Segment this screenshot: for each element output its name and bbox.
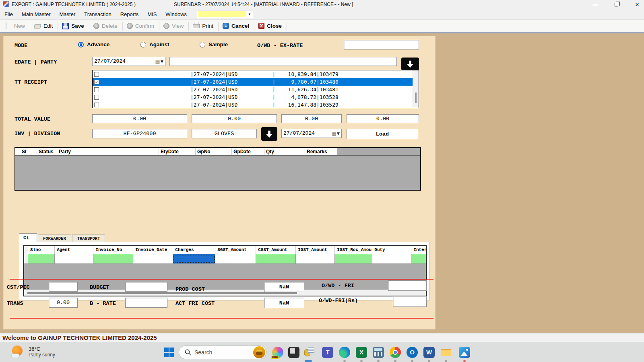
checkbox-checked-icon[interactable]: ✓ [94,80,99,84]
cell-invoice-date[interactable] [133,254,173,263]
print-button[interactable]: Print [190,21,217,31]
cell-duty[interactable] [372,254,411,263]
budget-input[interactable] [125,282,167,292]
edge-icon[interactable] [339,347,350,358]
division-lookup-button[interactable] [261,127,277,141]
cell-igst-roc[interactable] [335,254,372,263]
checkbox-icon[interactable] [94,72,99,77]
minimize-icon[interactable]: — [592,1,599,8]
col-gpdate: GpDate [232,148,264,155]
theme-app-icon[interactable] [288,347,299,358]
new-button[interactable]: New [2,21,29,31]
word-icon[interactable]: W [423,347,435,358]
excel-icon[interactable]: X [356,347,367,358]
calendar-icon[interactable]: ▦ [332,131,336,136]
cell-inter[interactable] [411,254,426,263]
view-button[interactable]: ○View [160,21,188,31]
party-lookup-button[interactable] [401,58,419,70]
menu-transaction[interactable]: Transaction [80,10,116,19]
edate-party-label: EDATE | PARTY [14,59,57,65]
quick-search-value[interactable] [198,11,246,17]
chevron-down-icon[interactable]: ▼ [246,10,253,18]
calculator-icon[interactable] [373,347,384,358]
total-value-1[interactable]: 0.00 [92,114,187,123]
gatepass-grid[interactable]: Sl Status Party EtyDate GpNo GpDate Qty … [14,147,421,191]
close-icon[interactable]: ✕ [634,1,641,8]
row-selector[interactable] [24,254,28,263]
menu-mis[interactable]: MIS [143,10,161,19]
division-input[interactable]: GLOVES [192,129,257,138]
tt-receipt-row[interactable]: |27-07-2024|USD | 4,078.72|103528 [93,93,419,101]
trans-input[interactable]: 0.00 [49,298,78,308]
save-button[interactable]: Save [59,21,88,31]
edit-button[interactable]: Edit [31,21,57,31]
menu-master[interactable]: Master [55,10,80,19]
cell-slno[interactable] [28,254,55,263]
horizontal-scrollbar[interactable] [24,290,426,296]
cell-sgst[interactable] [215,254,256,263]
cell-igst[interactable] [296,254,335,263]
total-value-4[interactable]: 0.00 [347,114,419,123]
tab-cl[interactable]: CL [19,233,37,242]
inv-date-picker[interactable]: 27/07/2024▦▼ [281,129,342,138]
menu-main-master[interactable]: Main Master [17,10,55,19]
checkbox-icon[interactable] [94,95,99,100]
cst-pic-input[interactable] [49,282,78,292]
tab-transport[interactable]: TRANSPORT [72,234,105,242]
calendar-icon[interactable]: ▦ [155,59,160,64]
restore-icon[interactable] [613,1,620,8]
material-inward-form: MODE Advance Against Sample O/WD - EX-RA… [3,36,436,329]
cell-charges-focused[interactable] [173,254,215,263]
col-party: Party [57,148,159,155]
cell-invoice-no[interactable] [93,254,133,263]
owd-fri-rs-input[interactable] [393,296,427,307]
chrome-icon[interactable] [390,347,401,358]
search-box[interactable]: Search [179,346,266,359]
search-highlight-briefcase-icon[interactable] [253,346,265,358]
invoice-input[interactable]: HF-GP24009 [92,129,187,138]
party-input[interactable] [169,57,397,66]
confirm-button[interactable]: ✓Confirm [124,21,158,31]
tab-forwarder[interactable]: FORWARDER [38,234,71,242]
load-button[interactable]: Load [347,129,418,139]
checkbox-icon[interactable] [94,87,99,92]
menu-windows[interactable]: Windows [161,10,191,19]
quick-search-combobox[interactable]: ▼ [197,10,253,18]
cell-agent[interactable] [55,254,93,263]
cancel-button[interactable]: »Cancel [219,21,253,31]
close-form-button[interactable]: XClose [255,21,286,31]
weather-widget[interactable]: 36°C Partly sunny [11,345,55,358]
total-value-3[interactable]: 0.00 [281,114,342,123]
cell-cgst[interactable] [256,254,296,263]
menu-file[interactable]: File [0,10,17,19]
file-explorer-icon[interactable] [440,347,452,358]
tt-receipt-row[interactable]: |27-07-2024|USD | 16,147.88|103529 [93,101,419,109]
scrollbar-thumb[interactable] [415,93,417,103]
mode-radio-advance[interactable]: Advance [78,41,109,47]
photos-icon[interactable] [459,347,470,358]
teams-icon[interactable]: T [322,347,333,358]
copilot-icon[interactable]: PRE [272,347,283,358]
delete-button[interactable]: xDelete [90,21,122,31]
owd-fri-input[interactable] [388,280,427,291]
chevron-down-icon[interactable]: ▼ [160,60,165,64]
tt-receipt-row[interactable]: |27-07-2024|USD | 11,626.34|103481 [93,86,419,93]
scrollbar-thumb[interactable] [27,292,297,294]
charges-grid[interactable]: Slno Agent Invoice_No Invoice_Date Charg… [23,245,427,296]
start-button[interactable] [164,348,174,357]
outlook-icon[interactable]: O [407,347,418,358]
mode-radio-against[interactable]: Against [140,41,169,47]
b-rate-input[interactable] [125,298,167,308]
tt-receipt-row-selected[interactable]: ✓ |27-07-2024|USD | 9,780.07|103480 [93,78,419,86]
total-value-2[interactable]: 0.00 [192,114,277,123]
edate-picker[interactable]: 27/07/2024▦▼ [92,57,165,66]
chevron-down-icon[interactable]: ▼ [336,132,341,136]
checkbox-icon[interactable] [94,103,99,107]
database-app-icon[interactable] [303,347,315,358]
menu-reports[interactable]: Reports [116,10,143,19]
mode-radio-sample[interactable]: Sample [200,41,228,47]
status-bar: Welcome to GAINUP TECHNOTEK LIMITED 2024… [0,333,644,342]
tt-receipt-row[interactable]: |27-07-2024|USD | 10,839.84|103479 [93,70,419,78]
ex-rate-input[interactable] [344,40,419,49]
vertical-scrollbar[interactable] [413,70,419,108]
